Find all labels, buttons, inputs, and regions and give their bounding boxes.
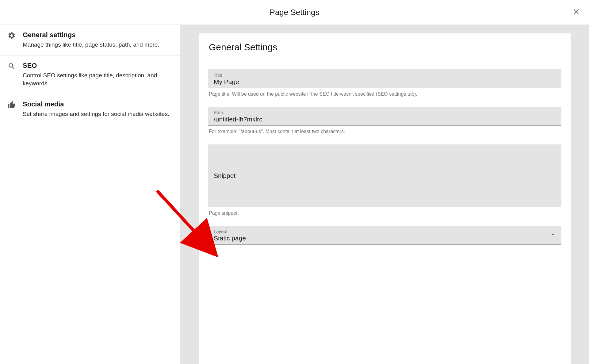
title-help: Page title. Will be used on the public w… xyxy=(208,91,561,98)
layout-value: Static page xyxy=(214,235,556,242)
sidebar-item-title: Social media xyxy=(23,100,173,108)
path-label: Path xyxy=(214,110,556,115)
field-snippet: Snippet Page snippet. xyxy=(208,144,561,216)
snippet-input-box[interactable]: Snippet xyxy=(208,144,561,207)
sidebar-item-text: Social media Set share images and settin… xyxy=(23,100,173,118)
panel-title: General Settings xyxy=(209,42,561,52)
field-title: Title Page title. Will be used on the pu… xyxy=(208,69,561,98)
close-button[interactable] xyxy=(572,8,580,17)
layout-label: Layout xyxy=(214,229,556,234)
content-area: General Settings Title Page title. Will … xyxy=(181,25,589,364)
path-help: For example: "/about-us". Must contain a… xyxy=(208,128,561,135)
gear-icon xyxy=(6,32,17,40)
field-path: Path For example: "/about-us". Must cont… xyxy=(208,107,561,135)
dialog-header: Page Settings xyxy=(0,0,589,25)
field-layout: Layout Static page xyxy=(208,226,561,245)
sidebar-item-seo[interactable]: SEO Control SEO settings like page title… xyxy=(0,56,180,94)
dialog-title: Page Settings xyxy=(270,8,319,17)
title-input-box[interactable]: Title xyxy=(208,69,561,88)
title-label: Title xyxy=(214,72,556,78)
sidebar-item-title: General settings xyxy=(23,31,173,39)
snippet-help: Page snippet. xyxy=(208,210,561,216)
sidebar-item-social[interactable]: Social media Set share images and settin… xyxy=(0,94,180,125)
sidebar-item-desc: Control SEO settings like page title, de… xyxy=(23,71,173,88)
path-input[interactable] xyxy=(214,116,556,123)
sidebar-item-text: SEO Control SEO settings like page title… xyxy=(23,62,173,88)
title-input[interactable] xyxy=(214,78,556,86)
sidebar-item-general[interactable]: General settings Manage things like titl… xyxy=(0,25,180,56)
layout-select[interactable]: Layout Static page xyxy=(208,226,561,245)
close-icon xyxy=(572,8,580,17)
snippet-label: Snippet xyxy=(214,172,235,179)
search-icon xyxy=(6,62,17,70)
dropdown-arrow-icon xyxy=(550,232,556,239)
settings-sidebar: General settings Manage things like titl… xyxy=(0,25,181,364)
general-settings-panel: General Settings Title Page title. Will … xyxy=(199,33,571,364)
sidebar-item-desc: Set share images and settings for social… xyxy=(23,110,173,118)
sidebar-item-desc: Manage things like title, page status, p… xyxy=(23,41,173,49)
sidebar-item-title: SEO xyxy=(23,62,173,70)
panel-header: General Settings xyxy=(208,33,561,60)
thumbs-up-icon xyxy=(6,101,17,109)
path-input-box[interactable]: Path xyxy=(208,107,561,126)
sidebar-item-text: General settings Manage things like titl… xyxy=(23,31,173,49)
